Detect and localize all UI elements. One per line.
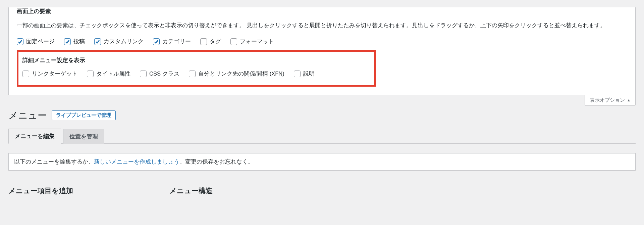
add-menu-items-heading: メニュー項目を追加 [8,186,122,195]
checkbox-icon[interactable] [87,71,94,77]
menu-structure-heading: メニュー構造 [169,186,213,195]
checkbox-icon[interactable] [153,38,160,45]
menu-structure-column: メニュー構造 [169,186,213,195]
page-title: メニュー [8,109,47,122]
checkbox-label: 説明 [303,70,315,78]
advanced-settings-highlight: 詳細メニュー設定を表示 リンクターゲット タイトル属性 CSS クラス 自分とリ… [17,50,376,87]
tab-edit-menu[interactable]: メニューを編集 [8,129,61,144]
advanced-settings-checkbox-row: リンクターゲット タイトル属性 CSS クラス 自分とリンク先の関係/間柄 (X… [22,70,370,78]
checkbox-format[interactable]: フォーマット [230,38,274,45]
screen-options-toggle-label: 表示オプション [590,97,625,103]
instruction-suffix: 。変更の保存をお忘れなく。 [179,159,254,165]
checkbox-label: カテゴリー [162,38,191,45]
screen-options-toggle-button[interactable]: 表示オプション ▲ [585,95,636,106]
screen-elements-heading: 画面上の要素 [17,7,627,15]
checkbox-fixed-page[interactable]: 固定ページ [17,38,55,45]
checkbox-label: CSS クラス [149,70,179,78]
page-heading-row: メニュー ライブプレビューで管理 [8,109,636,122]
checkbox-icon[interactable] [94,38,101,45]
checkbox-icon[interactable] [200,38,207,45]
checkbox-xfn[interactable]: 自分とリンク先の関係/間柄 (XFN) [189,70,284,78]
checkbox-icon[interactable] [230,38,237,45]
checkbox-label: タイトル属性 [96,70,130,78]
checkbox-label: タグ [210,38,221,45]
checkbox-description[interactable]: 説明 [294,70,315,78]
live-preview-button[interactable]: ライブプレビューで管理 [52,110,116,120]
checkbox-icon[interactable] [189,71,196,77]
checkbox-label: 自分とリンク先の関係/間柄 (XFN) [198,70,284,78]
checkbox-css-class[interactable]: CSS クラス [140,70,179,78]
checkbox-icon[interactable] [140,71,147,77]
checkbox-label: カスタムリンク [104,38,144,45]
instruction-box: 以下のメニューを編集するか、新しいメニューを作成しましょう。変更の保存をお忘れな… [8,153,636,171]
advanced-settings-heading: 詳細メニュー設定を表示 [22,56,370,64]
chevron-up-icon: ▲ [627,98,631,102]
checkbox-posts[interactable]: 投稿 [64,38,85,45]
checkbox-label: 固定ページ [26,38,55,45]
add-menu-items-column: メニュー項目を追加 [8,186,122,195]
checkbox-label: フォーマット [240,38,274,45]
tab-manage-locations[interactable]: 位置を管理 [63,129,104,144]
checkbox-label: リンクターゲット [32,70,77,78]
columns-row: メニュー項目を追加 メニュー構造 [8,186,636,195]
screen-options-panel: 画面上の要素 一部の画面上の要素は、チェックボックスを使って表示と非表示の切り替… [8,7,636,95]
instruction-prefix: 以下のメニューを編集するか、 [14,159,94,165]
screen-elements-description: 一部の画面上の要素は、チェックボックスを使って表示と非表示の切り替えができます。… [17,20,627,31]
create-new-menu-link[interactable]: 新しいメニューを作成しましょう [94,159,179,165]
checkbox-title-attr[interactable]: タイトル属性 [87,70,130,78]
checkbox-category[interactable]: カテゴリー [153,38,191,45]
checkbox-icon[interactable] [64,38,71,45]
checkbox-icon[interactable] [17,38,23,45]
checkbox-tag[interactable]: タグ [200,38,221,45]
checkbox-custom-link[interactable]: カスタムリンク [94,38,144,45]
checkbox-link-target[interactable]: リンクターゲット [22,70,77,78]
screen-elements-checkbox-row: 固定ページ 投稿 カスタムリンク カテゴリー タグ フォーマット [17,38,627,45]
nav-tabs: メニューを編集 位置を管理 [8,129,636,144]
checkbox-icon[interactable] [22,71,29,77]
screen-options-tab-wrap: 表示オプション ▲ [0,95,636,106]
checkbox-label: 投稿 [73,38,85,45]
checkbox-icon[interactable] [294,71,301,77]
